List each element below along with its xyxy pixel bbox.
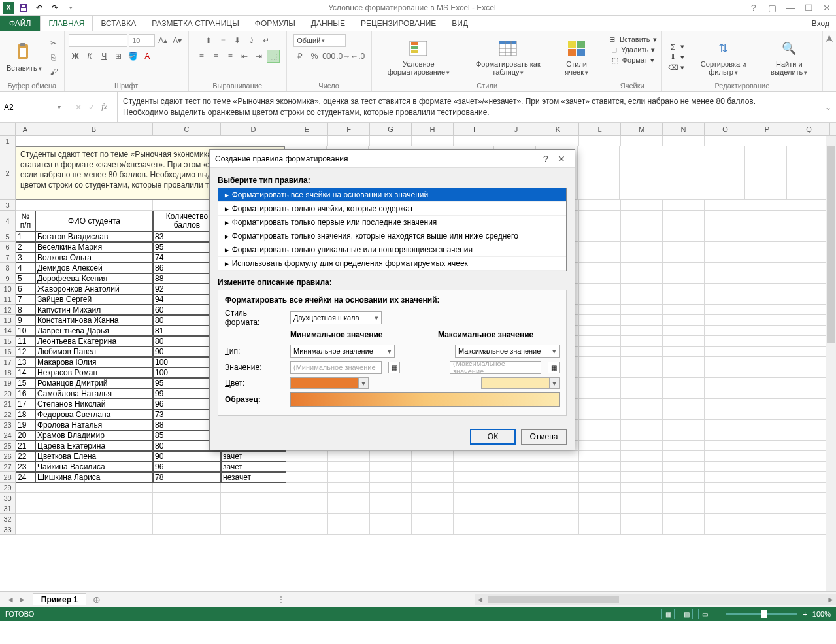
cell[interactable]: [663, 388, 705, 399]
cell[interactable]: [579, 263, 621, 273]
cell[interactable]: [746, 378, 788, 388]
cell[interactable]: [370, 472, 412, 483]
cell[interactable]: [221, 503, 286, 514]
cell[interactable]: Самойлова Наталья: [35, 388, 153, 399]
currency-icon[interactable]: ₽: [293, 50, 307, 63]
cell[interactable]: Фролова Наталья: [35, 420, 153, 430]
cell[interactable]: 90: [153, 451, 221, 462]
cell[interactable]: [370, 462, 412, 472]
cell[interactable]: [663, 409, 705, 420]
row-header[interactable]: 29: [0, 483, 16, 493]
cell[interactable]: 18: [16, 409, 35, 420]
cell[interactable]: [495, 493, 537, 503]
cell[interactable]: [788, 252, 830, 263]
cell[interactable]: Дорофеева Ксения: [35, 273, 153, 284]
cell[interactable]: 2: [16, 242, 35, 252]
col-header-Q[interactable]: Q: [788, 123, 830, 135]
cell[interactable]: 4: [16, 263, 35, 273]
cell[interactable]: [788, 451, 830, 462]
format-cells-button[interactable]: ⬚Формат ▾: [608, 55, 657, 65]
cell[interactable]: [286, 462, 328, 472]
cell[interactable]: [620, 146, 661, 200]
cell[interactable]: [621, 430, 663, 441]
cell[interactable]: [537, 472, 579, 483]
cell[interactable]: 9: [16, 315, 35, 326]
tab-формулы[interactable]: ФОРМУЛЫ: [247, 16, 303, 31]
cell[interactable]: [153, 493, 221, 503]
row-header[interactable]: 19: [0, 378, 16, 388]
row-header[interactable]: 23: [0, 420, 16, 430]
cell[interactable]: [746, 430, 788, 441]
cell[interactable]: [788, 294, 830, 305]
expand-formula-icon[interactable]: ⌄: [820, 92, 836, 122]
cell[interactable]: 16: [16, 388, 35, 399]
cell[interactable]: [788, 399, 830, 409]
cell[interactable]: [705, 388, 746, 399]
cell[interactable]: [746, 420, 788, 430]
cell[interactable]: [663, 211, 705, 231]
cell[interactable]: [746, 441, 788, 451]
cell[interactable]: [705, 336, 746, 347]
cell[interactable]: [746, 252, 788, 263]
cell[interactable]: [537, 483, 579, 493]
cell[interactable]: [370, 451, 412, 462]
cell[interactable]: [412, 524, 454, 535]
col-header-I[interactable]: I: [454, 123, 495, 135]
comma-icon[interactable]: 000: [322, 50, 335, 63]
cell[interactable]: [286, 136, 328, 146]
save-icon[interactable]: [17, 1, 30, 14]
cell[interactable]: [35, 483, 153, 493]
cell[interactable]: [746, 200, 788, 211]
cell[interactable]: [412, 483, 454, 493]
cell[interactable]: Цветкова Елена: [35, 451, 153, 462]
cell[interactable]: [621, 263, 663, 273]
cell[interactable]: [621, 231, 663, 242]
cell[interactable]: [663, 305, 705, 315]
cell[interactable]: [621, 409, 663, 420]
cell[interactable]: [746, 284, 788, 294]
cell[interactable]: [705, 420, 746, 430]
cell[interactable]: [579, 294, 621, 305]
cell[interactable]: [537, 514, 579, 524]
cell[interactable]: [35, 200, 153, 211]
row-header[interactable]: 13: [0, 315, 16, 326]
row-header[interactable]: 16: [0, 347, 16, 357]
cell[interactable]: [788, 388, 830, 399]
cell[interactable]: 78: [153, 472, 221, 483]
cell[interactable]: [328, 462, 370, 472]
cell[interactable]: 8: [16, 305, 35, 315]
cut-icon[interactable]: ✂: [47, 37, 60, 50]
cell[interactable]: [16, 136, 35, 146]
max-color-picker[interactable]: [481, 377, 560, 389]
cell[interactable]: [579, 514, 621, 524]
cell[interactable]: [705, 326, 746, 336]
min-value-input[interactable]: (Минимальное значение: [290, 361, 382, 374]
find-select-button[interactable]: 🔍 Найти и выделить: [760, 37, 818, 78]
redo-icon[interactable]: ↷: [48, 1, 61, 14]
cell[interactable]: [16, 524, 35, 535]
min-value-ref-icon[interactable]: ▦: [388, 362, 400, 373]
cell[interactable]: [454, 524, 495, 535]
italic-icon[interactable]: К: [83, 50, 96, 63]
format-as-table-button[interactable]: Форматировать как таблицу: [464, 37, 552, 78]
cell[interactable]: [705, 294, 746, 305]
cell[interactable]: [746, 409, 788, 420]
col-header-M[interactable]: M: [621, 123, 663, 135]
cell[interactable]: незачет: [221, 472, 286, 483]
cell[interactable]: [663, 231, 705, 242]
col-header-P[interactable]: P: [746, 123, 788, 135]
rule-type-item[interactable]: Форматировать только уникальные или повт…: [218, 243, 566, 257]
cell[interactable]: 1: [16, 231, 35, 242]
cell[interactable]: [663, 347, 705, 357]
row-header[interactable]: 32: [0, 514, 16, 524]
zoom-slider[interactable]: [726, 613, 797, 615]
row-header[interactable]: 4: [0, 211, 16, 231]
cell[interactable]: [579, 347, 621, 357]
cell[interactable]: [328, 483, 370, 493]
cell[interactable]: [705, 472, 746, 483]
cell[interactable]: [621, 472, 663, 483]
cell[interactable]: [788, 136, 830, 146]
cell[interactable]: [221, 514, 286, 524]
cell[interactable]: [328, 503, 370, 514]
close-icon[interactable]: ✕: [820, 1, 833, 14]
